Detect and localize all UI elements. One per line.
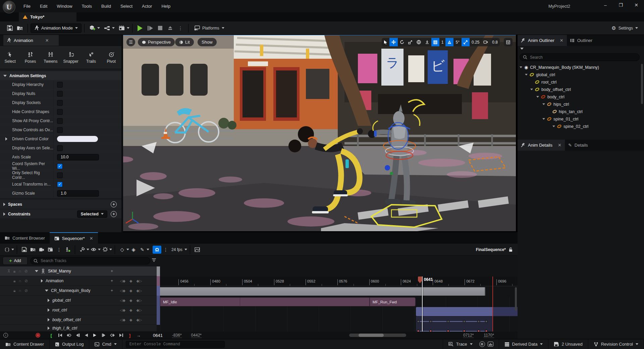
skm-manny-section-bar[interactable] — [160, 287, 485, 296]
close-icon[interactable]: ✕ — [90, 236, 93, 241]
keyframe-options-icon[interactable]: ◇ — [118, 246, 126, 254]
visibility-eye-icon[interactable]: ◉ — [524, 65, 528, 70]
keyframe-nav[interactable]: ◁◆◆◆▷ — [120, 279, 149, 283]
tree-row[interactable]: spine_01_ctrl — [518, 115, 640, 122]
track-body-offset-ctrl[interactable]: body_offset_ctrl ◁◆◆◆▷ — [0, 315, 157, 325]
clip-mf-idle[interactable]: MF_Idle — [160, 297, 370, 306]
editor-mode-dropdown[interactable]: Animation Mode — [31, 23, 82, 33]
outliner-scrollbar[interactable] — [641, 64, 643, 104]
menu-select[interactable]: Select — [116, 0, 137, 12]
track-filter-icon[interactable] — [152, 258, 156, 263]
blueprints-icon[interactable] — [102, 23, 112, 33]
show-dropdown[interactable]: Show — [198, 38, 217, 46]
add-actor-icon[interactable] — [87, 23, 97, 33]
add-section-icon[interactable]: + — [111, 269, 113, 273]
checkbox[interactable] — [57, 145, 63, 151]
cinematics-icon[interactable] — [117, 23, 127, 33]
clip-mf-run-fwd[interactable]: MF_Run_Fwd — [370, 297, 416, 306]
close-icon[interactable]: ✕ — [558, 143, 561, 148]
rotate-tool-icon[interactable] — [398, 38, 406, 46]
snap-magnet-icon[interactable]: Ω — [153, 246, 161, 254]
to-end-button[interactable] — [117, 333, 125, 337]
platforms-dropdown[interactable]: Platforms — [191, 26, 227, 31]
checkbox[interactable] — [57, 100, 63, 106]
step-back-button[interactable] — [73, 333, 82, 337]
current-frame[interactable]: 0641 — [153, 333, 163, 338]
next-key-button[interactable] — [108, 333, 117, 337]
track-search-input[interactable]: Search Tracks — [30, 257, 150, 264]
menu-edit[interactable]: Edit — [35, 0, 52, 12]
animation-settings-header[interactable]: Animation Settings — [0, 71, 121, 80]
grid-snap-value[interactable]: 1 — [439, 38, 446, 46]
camera-speed-value[interactable]: 0.8 — [490, 38, 500, 46]
lit-dropdown[interactable]: Lit — [175, 38, 194, 46]
create-actor-sequence-icon[interactable] — [63, 246, 72, 254]
tab-outliner[interactable]: Outliner — [567, 35, 596, 46]
timeline-ruler[interactable]: 0456 0480 0504 0528 0552 0576 0600 0624 … — [160, 277, 518, 286]
render-movie-icon[interactable] — [46, 246, 55, 254]
tool-pivot[interactable]: Pivot — [102, 52, 120, 64]
camera-icon[interactable] — [37, 246, 46, 254]
axis-scale-input[interactable]: 10.0 — [57, 154, 99, 160]
trace-dropdown[interactable]: Trace — [443, 339, 499, 349]
view-range-start[interactable]: 0442* — [191, 333, 202, 338]
close-icon[interactable]: ✕ — [45, 38, 49, 43]
track-root-ctrl[interactable]: root_ctrl ◁◆◆◆▷ — [0, 305, 157, 315]
play-reverse-button[interactable] — [82, 333, 91, 337]
auto-key-icon[interactable]: ◈ — [129, 246, 138, 254]
tree-row[interactable]: global_ctrl — [518, 71, 640, 78]
camera-speed-icon[interactable] — [481, 38, 490, 46]
minimize-button[interactable]: – — [598, 0, 613, 10]
level-viewport[interactable]: ラ ビ — [123, 35, 516, 231]
close-icon[interactable]: ✕ — [560, 38, 564, 43]
snap-options-kebab[interactable]: ⋮ — [161, 246, 170, 254]
maximize-viewport-icon[interactable] — [504, 38, 513, 46]
level-tab-tokyo[interactable]: Tokyo* — [19, 12, 76, 21]
tree-row[interactable]: root_ctrl — [518, 79, 640, 86]
content-drawer-button[interactable]: Content Drawer — [0, 339, 50, 349]
track-global-ctrl[interactable]: global_ctrl ◁◆◆◆▷ — [0, 296, 157, 305]
frame-skip-button[interactable] — [145, 23, 155, 33]
color-swatch[interactable] — [57, 136, 98, 142]
menu-build[interactable]: Build — [97, 0, 116, 12]
to-front-button[interactable] — [56, 333, 64, 337]
checkbox[interactable] — [57, 82, 63, 88]
cr-body-section-bar[interactable] — [416, 307, 492, 316]
prev-key-button[interactable] — [64, 333, 73, 337]
move-tool-icon[interactable] — [389, 38, 398, 46]
track-animation[interactable]: 🔒︎∩⊘ Animation + ◁◆◆◆▷ — [0, 276, 157, 286]
playback-options-icon[interactable] — [78, 246, 87, 254]
tree-row[interactable]: hips_ctrl — [518, 101, 640, 108]
menu-window[interactable]: Window — [52, 0, 77, 12]
console-command-input[interactable]: Enter Console Command — [126, 341, 225, 348]
checkbox-checked[interactable]: ✓ — [57, 163, 63, 169]
tree-row[interactable]: body_ctrl — [518, 93, 640, 100]
angle-snap-icon[interactable] — [445, 38, 453, 46]
step-forward-button[interactable] — [99, 333, 108, 337]
cmd-dropdown[interactable]: Cmd — [89, 339, 122, 349]
track-cr-mannequin-body[interactable]: 🔒︎∩⊘ CR_Mannequin_Body + ◁◆◆◆▷ — [0, 286, 157, 296]
restore-button[interactable]: ❐ — [613, 0, 629, 10]
play-forward-button[interactable] — [91, 333, 99, 337]
timeline-h-scrollbar[interactable] — [349, 334, 406, 337]
constraints-filter-dropdown[interactable]: Selected — [77, 210, 107, 218]
add-section-icon[interactable]: + — [111, 279, 113, 283]
track-thigh-l-fk-ctrl[interactable]: thigh_l_fk_ctrl — [0, 325, 157, 332]
menu-file[interactable]: File — [19, 0, 35, 12]
add-track-button[interactable]: +Add — [3, 257, 28, 265]
scale-snap-value[interactable]: 0.25 — [470, 38, 481, 46]
edit-mode-icon[interactable]: ✎ — [138, 246, 147, 254]
checkbox[interactable] — [57, 172, 63, 178]
kf-row-global[interactable] — [416, 316, 492, 326]
track-state-icons[interactable]: ⊼🔒︎∩⊘ — [0, 269, 35, 273]
track-skm-manny[interactable]: ⊼🔒︎∩⊘ SKM_Manny + — [0, 266, 157, 276]
viewport-menu-icon[interactable]: ☰ — [126, 38, 135, 46]
keyframe-nav[interactable]: ◁◆◆◆▷ — [120, 289, 149, 293]
checkbox[interactable] — [57, 91, 63, 97]
outliner-options-caret[interactable] — [520, 48, 524, 50]
fps-dropdown[interactable]: 24 fps — [171, 247, 187, 252]
tab-animation[interactable]: Animation ✕ — [3, 35, 59, 46]
tool-tweens[interactable]: Tweens — [41, 52, 60, 64]
view-options-icon[interactable] — [89, 246, 98, 254]
checkbox[interactable] — [57, 109, 63, 115]
